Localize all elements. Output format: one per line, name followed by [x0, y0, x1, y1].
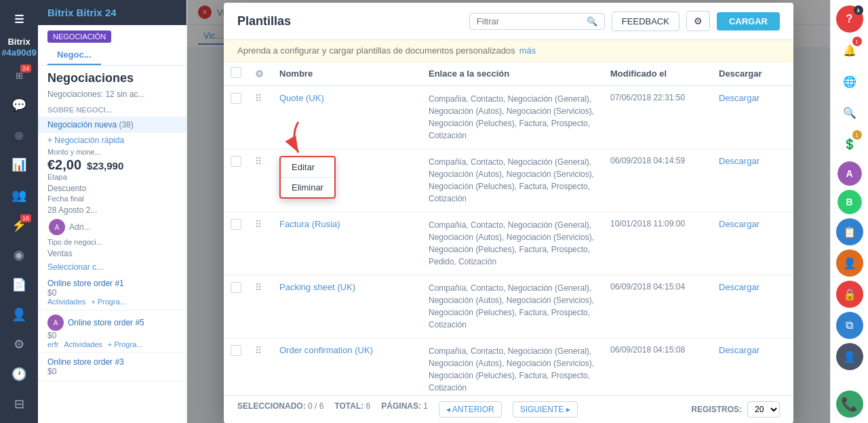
row4-checkbox[interactable] — [231, 282, 241, 293]
neg-badge: NEGOCIACIÓN — [47, 31, 111, 43]
settings-left-icon[interactable]: ⚙ — [5, 332, 33, 357]
neg-tab[interactable]: Negoc... — [47, 45, 101, 65]
paginas-value: 1 — [423, 401, 428, 411]
info-bar: Aprenda a configurar y cargar plantillas… — [224, 40, 793, 62]
main-area: × Vic... General ▾ Vic... Plantillas 🔍 — [187, 0, 830, 423]
col-modificado: Modificado el — [610, 68, 719, 79]
avatar1[interactable]: A — [837, 161, 862, 186]
modal-title: Plantillas — [237, 14, 291, 28]
sobre-section: SOBRE NEGOCI... — [38, 103, 186, 117]
deal-program-1[interactable]: + Progra... — [91, 298, 126, 306]
anterior-button[interactable]: ◂ ANTERIOR — [439, 401, 502, 418]
row3-download-link[interactable]: Descargar — [719, 219, 760, 229]
responsable-name: Adri... — [69, 222, 90, 232]
row5-download-link[interactable]: Descargar — [719, 345, 760, 355]
home-icon[interactable]: 24 ⊞ — [5, 63, 33, 87]
seleccionar-btn[interactable]: Seleccionar c... — [38, 260, 186, 275]
deal-activities-1[interactable]: Actividades — [47, 298, 85, 306]
deal-item-5: A Online store order #5 $0 erfr Activida… — [38, 310, 186, 353]
info-link[interactable]: más — [519, 45, 536, 56]
row3-name-link[interactable]: Factura (Rusia) — [279, 219, 340, 229]
avatar2[interactable]: B — [837, 190, 862, 214]
apps-icon[interactable]: ⊟ — [5, 392, 33, 416]
registros-label: REGISTROS: — [691, 405, 742, 414]
dollar-icon[interactable]: 💲 1 — [836, 130, 863, 157]
bell-icon[interactable]: 🔔 1 — [836, 37, 863, 64]
row4-check — [231, 282, 255, 293]
row4-name-link[interactable]: Packing sheet (UK) — [279, 282, 355, 292]
context-delete-item[interactable]: Eliminar — [281, 178, 334, 197]
deal-name-5[interactable]: Online store order #5 — [68, 318, 144, 327]
clock-icon[interactable]: 🕐 — [5, 362, 33, 386]
row1-download-link[interactable]: Descargar — [719, 93, 760, 103]
question-icon[interactable]: ? 3 — [836, 5, 863, 33]
total-label: TOTAL: 6 — [334, 401, 370, 418]
menu-icon[interactable]: ☰ — [5, 7, 33, 31]
search-input[interactable] — [477, 16, 583, 26]
deal-item-3: Online store order #3 $0 — [38, 353, 186, 381]
phone-fab-button[interactable]: 📞 — [836, 390, 863, 418]
crm-right-icon[interactable]: 📋 — [836, 218, 863, 245]
row2-checkbox[interactable] — [231, 156, 241, 167]
fecha-value: 28 Agosto 2... — [38, 204, 186, 216]
tipo-label: Tipo de negoci... — [38, 238, 186, 247]
row4-download-link[interactable]: Descargar — [719, 282, 760, 292]
chat-icon[interactable]: 💬 — [5, 93, 33, 117]
row2-drag-icon[interactable]: ⠿ — [255, 156, 262, 167]
deal-name-3[interactable]: Online store order #3 — [47, 357, 177, 367]
settings-button[interactable]: ⚙ — [686, 11, 710, 31]
row5-drag-icon[interactable]: ⠿ — [255, 345, 262, 356]
docs-icon[interactable]: 📄 — [5, 273, 33, 297]
copy-icon[interactable]: ⧉ — [836, 312, 863, 339]
row5-checkbox[interactable] — [231, 345, 241, 356]
search-right-icon[interactable]: 🔍 — [836, 99, 863, 126]
row3-name: Factura (Rusia) — [279, 219, 429, 229]
row1-checkbox[interactable] — [231, 93, 241, 104]
search-icon: 🔍 — [587, 16, 597, 26]
feed-icon[interactable]: ◉ — [5, 243, 33, 267]
context-edit-item[interactable]: Editar — [281, 157, 334, 177]
lock-icon[interactable]: 🔒 — [836, 281, 863, 308]
app-logo[interactable]: Bitrix #4a90d9 — [0, 37, 38, 58]
contacts-icon[interactable]: 👥 — [5, 183, 33, 207]
amount-eur: €2,00 — [47, 157, 81, 173]
row3-drag: ⠿ — [255, 219, 279, 230]
row2-drag: ⠿ — [255, 156, 279, 167]
deal-name-1[interactable]: Online store order #1 — [47, 279, 177, 288]
responsable-section: A Adri... — [38, 216, 186, 238]
add-negociacion-quick[interactable]: + Negociación rápida — [38, 133, 186, 148]
table-body: ⠿ Quote (UK) Compañía, Contacto, Negocia… — [224, 86, 793, 395]
stats-icon[interactable]: 📊 — [5, 153, 33, 177]
sidebar-item-negociacion[interactable]: Negociación nueva (38) — [38, 117, 186, 133]
row2-download-link[interactable]: Descargar — [719, 156, 760, 166]
row3-drag-icon[interactable]: ⠿ — [255, 219, 262, 230]
header-gear-icon[interactable]: ⚙ — [255, 68, 264, 79]
row4-drag-icon[interactable]: ⠿ — [255, 282, 262, 293]
select-all-checkbox[interactable] — [231, 67, 241, 78]
app-title: Bitrix Bitrix 24 — [47, 7, 117, 18]
row5-name-link[interactable]: Order confirmation (UK) — [279, 345, 373, 355]
row1-name-link[interactable]: Quote (UK) — [279, 93, 324, 103]
deal-link-5[interactable]: erfr — [47, 340, 59, 348]
row1-drag-icon[interactable]: ⠿ — [255, 93, 262, 104]
registros-select[interactable]: 20 — [747, 401, 780, 418]
modal-overlay: Plantillas 🔍 FEEDBACK ⚙ CARGAR Aprenda a… — [187, 0, 830, 423]
user-right-icon[interactable]: 👤 — [836, 249, 863, 277]
person-icon[interactable]: 👤 — [836, 343, 863, 370]
hr-icon[interactable]: 👤 — [5, 302, 33, 327]
neg-stats: Negociaciones: 12 sin ac... — [38, 88, 186, 103]
siguiente-button[interactable]: SIGUIENTE ▸ — [513, 401, 578, 418]
row1-links: Compañía, Contacto, Negociación (General… — [429, 93, 610, 142]
feedback-button[interactable]: FEEDBACK — [612, 12, 679, 31]
row5-links: Compañía, Contacto, Negociación (General… — [429, 345, 610, 394]
target-icon[interactable]: ◎ — [5, 123, 33, 147]
cargar-button[interactable]: CARGAR — [717, 12, 780, 31]
row3-checkbox[interactable] — [231, 219, 241, 230]
table-row: ⠿ — [224, 149, 793, 212]
globe-icon[interactable]: 🌐 — [836, 68, 863, 95]
search-box: 🔍 — [469, 13, 605, 30]
deal-program-5[interactable]: + Progra... — [108, 340, 143, 348]
deal-activities-5[interactable]: Actividades — [64, 340, 102, 348]
crm-icon[interactable]: 16 ⚡ — [5, 213, 33, 237]
deal-item-1: Online store order #1 $0 Actividades + P… — [38, 275, 186, 310]
